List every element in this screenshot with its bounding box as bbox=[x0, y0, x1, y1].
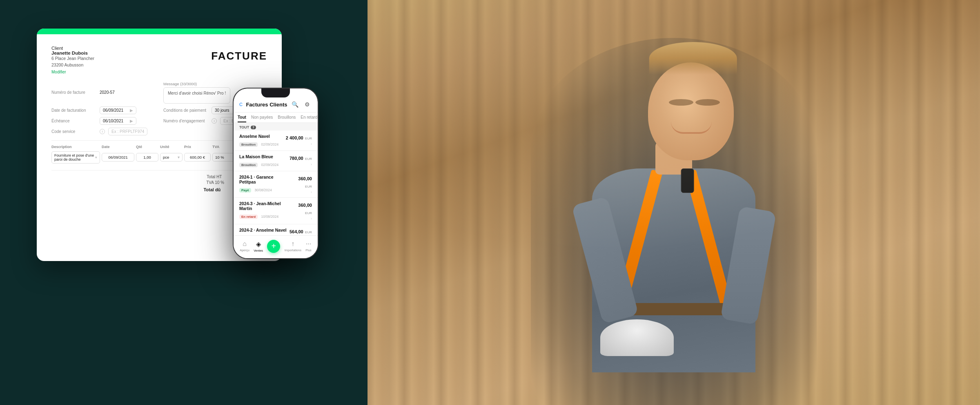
facture-big-title: FACTURE bbox=[211, 50, 267, 62]
message-section: Message (33/3000) Merci d'avoir choisi R… bbox=[163, 82, 230, 104]
phone-back-btn[interactable]: C bbox=[239, 102, 243, 107]
tab-brouillons[interactable]: Brouillons bbox=[278, 115, 296, 122]
total-ht-label: Total HT bbox=[207, 175, 222, 179]
field-date-facturation: Date de facturation 06/09/2021 ▶ bbox=[51, 106, 155, 114]
field-numero-facture: Numéro de facture 2020-57 bbox=[51, 82, 155, 104]
phone-mockup: C Factures Clients 🔍 ⚙ Tout Non payées B… bbox=[233, 88, 318, 259]
unit-select[interactable]: pce ▾ bbox=[160, 153, 183, 162]
invoice-card-top-bar bbox=[37, 29, 282, 34]
field-code-service: Code service i Ex : PRFPLTF974 bbox=[51, 128, 155, 135]
left-panel: Client Jeanette Dubois 6 Place Jean Plan… bbox=[0, 0, 368, 405]
nav-importations[interactable]: ↑ Importations bbox=[285, 240, 301, 252]
light-overlay bbox=[368, 0, 980, 405]
client-label: Client bbox=[51, 46, 63, 51]
nav-add[interactable]: + bbox=[267, 240, 280, 253]
phone-section-label: TOUT 7 bbox=[234, 123, 318, 131]
qty-input[interactable]: 1,00 bbox=[136, 153, 158, 162]
phone-title: Factures Clients bbox=[246, 102, 287, 108]
photo-background bbox=[368, 0, 980, 405]
total-due-label: Total dû bbox=[203, 187, 220, 192]
message-label: Message (33/3000) bbox=[163, 82, 230, 86]
field-echeance: Échéance 06/10/2021 ▶ bbox=[51, 117, 155, 125]
status-en-retard-4: En retard bbox=[239, 215, 258, 219]
code-service-input[interactable]: Ex : PRFPLTF974 bbox=[108, 128, 147, 135]
client-modify-link[interactable]: Modifier bbox=[51, 70, 94, 74]
section-label-text: TOUT bbox=[239, 125, 249, 129]
settings-icon[interactable]: ⚙ bbox=[303, 100, 312, 109]
invoice-client-section: Client Jeanette Dubois 6 Place Jean Plan… bbox=[51, 46, 94, 74]
nav-apercus[interactable]: ⌂ Aperçu bbox=[240, 240, 249, 252]
status-paye-3: Payé bbox=[239, 188, 251, 193]
invoice-item-3[interactable]: 2024-1 · Garance Petitpas Payé 30/08/202… bbox=[234, 171, 318, 198]
status-brouillon-2: Brouillon bbox=[239, 163, 258, 167]
ventes-icon: ◈ bbox=[256, 240, 261, 248]
date-facturation-input[interactable]: 06/09/2021 ▶ bbox=[100, 106, 136, 114]
code-service-info-icon: i bbox=[100, 129, 105, 134]
tab-non-payees[interactable]: Non payées bbox=[251, 115, 273, 122]
nav-plus[interactable]: ··· Plus bbox=[305, 240, 312, 252]
right-panel bbox=[368, 0, 980, 405]
facture-title: FACTURE bbox=[211, 46, 267, 62]
tva-label: TVA 10 % bbox=[206, 180, 224, 185]
tab-en-retard[interactable]: En retard bbox=[301, 115, 317, 122]
status-brouillon-1: Brouillon bbox=[239, 142, 258, 147]
nav-ventes[interactable]: ◈ Ventes bbox=[254, 240, 263, 252]
add-button[interactable]: + bbox=[267, 240, 280, 253]
message-box[interactable]: Merci d'avoir choisi Rénov' Pro ! bbox=[163, 87, 230, 104]
phone-bottom-nav: ⌂ Aperçu ◈ Ventes + ↑ Importations ··· P… bbox=[234, 235, 318, 258]
apercus-icon: ⌂ bbox=[243, 240, 247, 248]
phone-notch bbox=[261, 89, 290, 97]
echeance-input[interactable]: 06/10/2021 ▶ bbox=[100, 117, 136, 125]
client-address-line1: 6 Place Jean Plancher bbox=[51, 55, 94, 62]
client-address-line2: 23200 Aubusson bbox=[51, 62, 94, 69]
phone-screen: C Factures Clients 🔍 ⚙ Tout Non payées B… bbox=[234, 89, 318, 258]
invoice-item-2[interactable]: La Maison Bleue Brouillon 02/09/2024 780… bbox=[234, 151, 318, 171]
description-select[interactable]: Fourniture et pose d'une paroi de douche… bbox=[51, 151, 100, 164]
price-input[interactable]: 600,00 € bbox=[184, 153, 211, 162]
client-name: Jeanette Dubois bbox=[51, 51, 94, 55]
invoice-item-4[interactable]: 2024-3 · Jean-Michel Martin En retard 10… bbox=[234, 198, 318, 224]
section-count-badge: 7 bbox=[251, 126, 256, 129]
invoice-item-1[interactable]: Anselme Navel Brouillon 02/09/2024 2 400… bbox=[234, 131, 318, 151]
phone-header-icons: 🔍 ⚙ bbox=[291, 100, 312, 109]
phone-tabs: Tout Non payées Brouillons En retard Pay… bbox=[234, 113, 318, 123]
importations-icon: ↑ bbox=[291, 240, 294, 248]
engagement-info-icon: i bbox=[212, 118, 217, 124]
invoice-title-section: Client Jeanette Dubois 6 Place Jean Plan… bbox=[51, 46, 267, 74]
search-icon[interactable]: 🔍 bbox=[291, 100, 300, 109]
tab-tout[interactable]: Tout bbox=[238, 115, 246, 122]
date-input[interactable]: 06/09/2021 bbox=[102, 153, 134, 162]
more-icon: ··· bbox=[306, 240, 311, 248]
